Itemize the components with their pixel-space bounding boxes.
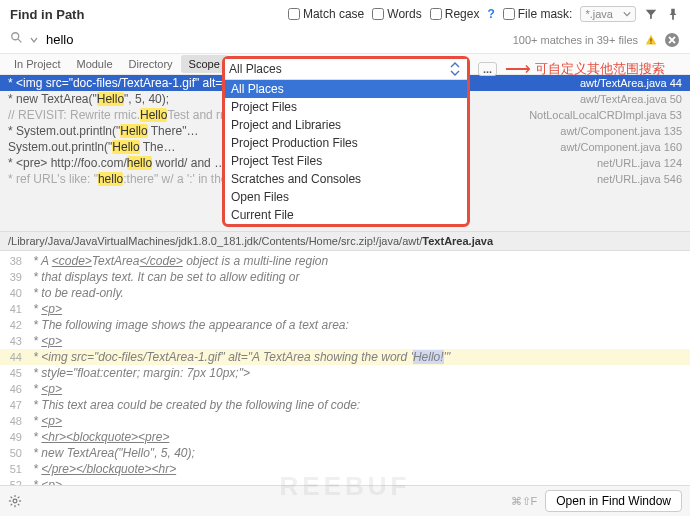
preview-filepath: /Library/Java/JavaVirtualMachines/jdk1.8…: [0, 231, 690, 251]
scope-option[interactable]: All Places: [225, 80, 467, 98]
svg-line-10: [11, 497, 13, 499]
svg-line-12: [11, 504, 13, 506]
preview-code[interactable]: 38 * A <code>TextArea</code> object is a…: [0, 251, 690, 503]
annotation-text: 可自定义其他范围搜索: [535, 60, 665, 78]
search-row: 100+ matches in 39+ files: [0, 28, 690, 53]
regex-help-link[interactable]: ?: [487, 7, 494, 21]
code-line: 47 * This text area could be created by …: [0, 397, 690, 413]
code-line: 42 * The following image shows the appea…: [0, 317, 690, 333]
shortcut-hint: ⌘⇧F: [511, 495, 538, 508]
filemask-checkbox[interactable]: File mask:: [503, 7, 573, 21]
code-line: 51 * </pre></blockquote><hr>: [0, 461, 690, 477]
filemask-select[interactable]: *.java: [580, 6, 636, 22]
scope-dropdown[interactable]: All Places All PlacesProject FilesProjec…: [222, 56, 470, 227]
scope-option[interactable]: Current File: [225, 206, 467, 224]
regex-checkbox[interactable]: Regex: [430, 7, 480, 21]
scope-dropdown-list: All PlacesProject FilesProject and Libra…: [225, 80, 467, 224]
scope-option[interactable]: Project and Libraries: [225, 116, 467, 134]
clear-search-icon[interactable]: [664, 32, 680, 48]
svg-line-13: [18, 497, 20, 499]
match-count-label: 100+ matches in 39+ files: [513, 34, 638, 46]
tab-module[interactable]: Module: [68, 55, 120, 73]
scope-option[interactable]: Open Files: [225, 188, 467, 206]
gear-icon[interactable]: [8, 494, 22, 508]
code-line: 39 * that displays text. It can be set t…: [0, 269, 690, 285]
svg-line-11: [18, 504, 20, 506]
code-line: 38 * A <code>TextArea</code> object is a…: [0, 253, 690, 269]
code-line: 49 * <hr><blockquote><pre>: [0, 429, 690, 445]
svg-rect-2: [650, 38, 651, 42]
svg-rect-3: [650, 42, 651, 43]
code-line: 44 * <img src="doc-files/TextArea-1.gif"…: [0, 349, 690, 365]
scope-option[interactable]: Scratches and Consoles: [225, 170, 467, 188]
code-line: 50 * new TextArea("Hello", 5, 40);: [0, 445, 690, 461]
scope-option[interactable]: Project Production Files: [225, 134, 467, 152]
more-scopes-button[interactable]: ...: [478, 62, 497, 76]
arrow-icon: ⟶: [505, 58, 531, 80]
code-line: 41 * <p>: [0, 301, 690, 317]
scope-option[interactable]: Project Files: [225, 98, 467, 116]
code-line: 43 * <p>: [0, 333, 690, 349]
code-line: 40 * to be read-only.: [0, 285, 690, 301]
search-icon: [10, 31, 24, 48]
scope-option[interactable]: Project Test Files: [225, 152, 467, 170]
code-line: 45 * style="float:center; margin: 7px 10…: [0, 365, 690, 381]
svg-point-0: [12, 33, 19, 40]
code-line: 46 * <p>: [0, 381, 690, 397]
svg-line-1: [18, 39, 22, 43]
warning-icon: [644, 33, 658, 47]
filter-icon[interactable]: [644, 7, 658, 21]
scope-dropdown-selected[interactable]: All Places: [225, 59, 467, 80]
dialog-header: Find in Path Match case Words Regex ? Fi…: [0, 0, 690, 28]
tab-directory[interactable]: Directory: [121, 55, 181, 73]
svg-point-5: [13, 499, 17, 503]
match-case-checkbox[interactable]: Match case: [288, 7, 364, 21]
words-checkbox[interactable]: Words: [372, 7, 421, 21]
dropdown-toggle-icon[interactable]: [447, 61, 463, 77]
code-line: 48 * <p>: [0, 413, 690, 429]
search-input[interactable]: [44, 30, 507, 49]
history-chevron-icon[interactable]: [30, 36, 38, 44]
tab-scope[interactable]: Scope: [181, 55, 228, 73]
dialog-footer: ⌘⇧F Open in Find Window: [0, 485, 690, 516]
dialog-title: Find in Path: [10, 7, 84, 22]
tab-in-project[interactable]: In Project: [6, 55, 68, 73]
open-in-find-window-button[interactable]: Open in Find Window: [545, 490, 682, 512]
annotation: ... ⟶ 可自定义其他范围搜索: [478, 58, 665, 80]
pin-icon[interactable]: [666, 7, 680, 21]
